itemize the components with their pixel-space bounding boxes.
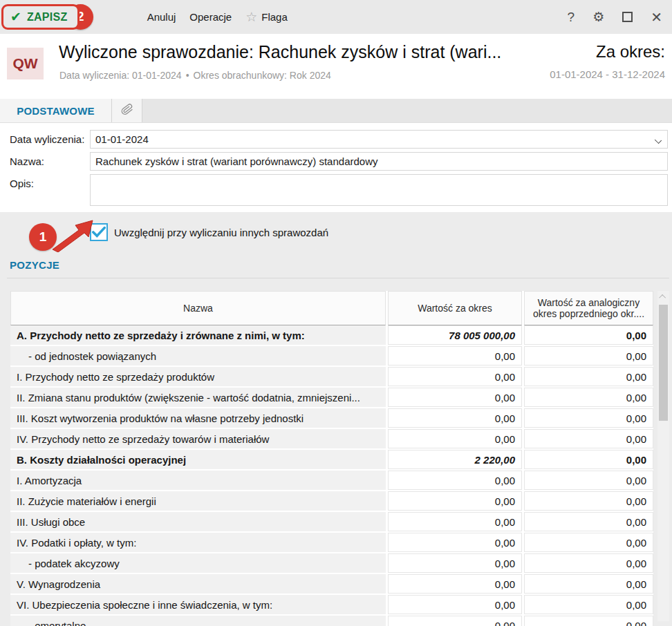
scrollbar-thumb[interactable]	[659, 305, 668, 421]
row-value-current[interactable]: 0,00	[388, 595, 522, 614]
row-value-previous[interactable]: 0,00	[524, 616, 653, 626]
row-value-previous[interactable]: 0,00	[524, 491, 653, 511]
table-row[interactable]: III. Koszt wytworzenia produktów na włas…	[10, 408, 653, 429]
row-value-previous[interactable]: 0,00	[524, 429, 653, 448]
row-value-current[interactable]: 2 220,00	[388, 450, 522, 469]
table-body: A. Przychody netto ze sprzedaży i zrówna…	[10, 325, 653, 626]
table-row[interactable]: - od jednostek powiązanych0,000,00	[10, 346, 653, 367]
row-value-current[interactable]: 0,00	[388, 512, 522, 531]
row-value-previous[interactable]: 0,00	[524, 325, 653, 345]
row-value-previous[interactable]: 0,00	[524, 408, 653, 428]
field-label-data-wyliczenia: Data wyliczenia:	[10, 130, 90, 145]
row-value-current[interactable]: 0,00	[388, 574, 522, 594]
row-name: I. Amortyzacja	[10, 471, 386, 490]
column-header-nazwa[interactable]: Nazwa	[10, 291, 386, 325]
row-value-current[interactable]: 0,00	[388, 408, 522, 428]
opis-textarea[interactable]	[90, 174, 668, 206]
tab-podstawowe[interactable]: PODSTAWOWE	[0, 99, 112, 122]
tab-bar: PODSTAWOWE	[0, 99, 672, 123]
row-value-current[interactable]: 0,00	[388, 553, 522, 573]
row-value-current[interactable]: 78 005 000,00	[388, 325, 522, 345]
star-icon: ☆	[245, 10, 257, 23]
row-value-current[interactable]: 0,00	[388, 471, 522, 490]
save-button-label: ZAPISZ	[27, 11, 68, 23]
row-value-previous[interactable]: 0,00	[524, 574, 653, 594]
annotation-arrow	[53, 218, 95, 252]
flag-button[interactable]: ☆ Flaga	[239, 5, 295, 29]
row-name: - emerytalne	[10, 616, 386, 626]
row-value-previous[interactable]: 0,00	[524, 346, 653, 366]
paperclip-icon	[120, 102, 134, 120]
page-title: Wyliczone sprawozdanie: Rachunek zysków …	[59, 42, 501, 62]
chevron-down-icon	[655, 137, 662, 144]
tab-attachments[interactable]	[112, 99, 142, 122]
nazwa-input[interactable]: Rachunek zysków i strat (wariant porówna…	[90, 152, 668, 171]
table-row[interactable]: II. Zużycie materiałów i energii0,000,00	[10, 491, 653, 512]
row-name: IV. Przychody netto ze sprzedaży towarów…	[10, 429, 386, 448]
row-value-current[interactable]: 0,00	[388, 616, 522, 626]
row-value-current[interactable]: 0,00	[388, 491, 522, 511]
table-row[interactable]: - podatek akcyzowy0,000,00	[10, 553, 653, 574]
table-row[interactable]: IV. Podatki i opłaty, w tym:0,000,00	[10, 533, 653, 553]
table-row[interactable]: A. Przychody netto ze sprzedaży i zrówna…	[10, 325, 653, 346]
include-checkbox-label: Uwzględnij przy wyliczaniu innych sprawo…	[114, 227, 328, 238]
column-header-wartosc-analogiczny[interactable]: Wartość za analogiczny okres poprzednieg…	[524, 291, 653, 325]
check-icon: ✔	[10, 10, 21, 23]
field-label-opis: Opis:	[10, 174, 90, 189]
operations-menu[interactable]: Operacje	[183, 6, 239, 28]
row-value-previous[interactable]: 0,00	[524, 450, 653, 469]
row-value-previous[interactable]: 0,00	[524, 553, 653, 573]
row-name: III. Koszt wytworzenia produktów na włas…	[10, 408, 386, 428]
table-row[interactable]: - emerytalne0,000,00	[10, 616, 653, 626]
data-wyliczenia-select[interactable]: 01-01-2024	[90, 130, 668, 149]
subtitle-separator: •	[186, 70, 189, 81]
cancel-button[interactable]: Anuluj	[140, 6, 183, 28]
subtitle-date: Data wyliczenia: 01-01-2024	[59, 70, 182, 81]
nazwa-value: Rachunek zysków i strat (wariant porówna…	[95, 155, 378, 167]
row-name: III. Usługi obce	[10, 512, 386, 531]
table-row[interactable]: I. Przychody netto ze sprzedaży produktó…	[10, 367, 653, 388]
row-value-current[interactable]: 0,00	[388, 533, 522, 552]
period-value: 01-01-2024 - 31-12-2024	[550, 68, 665, 80]
positions-table-zone: Nazwa Wartość za okres Wartość za analog…	[0, 278, 672, 626]
close-icon[interactable]: ✕	[651, 10, 662, 24]
row-value-current[interactable]: 0,00	[388, 388, 522, 407]
section-title-pozycje: POZYCJE	[0, 247, 672, 278]
window-header: QW Wyliczone sprawozdanie: Rachunek zysk…	[0, 34, 672, 99]
table-row[interactable]: II. Zmiana stanu produktów (zwiększenie …	[10, 388, 653, 408]
row-name: A. Przychody netto ze sprzedaży i zrówna…	[10, 325, 386, 345]
help-icon[interactable]: ?	[568, 10, 575, 23]
save-button[interactable]: ✔ ZAPISZ	[1, 4, 80, 30]
row-value-current[interactable]: 0,00	[388, 429, 522, 448]
page-subtitle: Data wyliczenia: 01-01-2024•Okres obrach…	[59, 70, 331, 81]
table-scrollbar[interactable]	[657, 291, 669, 621]
table-row[interactable]: VI. Ubezpieczenia społeczne i inne świad…	[10, 595, 653, 616]
maximize-icon[interactable]	[622, 12, 633, 22]
row-value-previous[interactable]: 0,00	[524, 388, 653, 407]
table-row[interactable]: V. Wynagrodzenia0,000,00	[10, 574, 653, 595]
scroll-up-icon[interactable]	[657, 291, 669, 303]
form-section: Data wyliczenia: 01-01-2024 Nazwa: Rachu…	[0, 123, 672, 212]
row-name: B. Koszty działalności operacyjnej	[10, 450, 386, 469]
flag-label: Flaga	[261, 11, 288, 23]
lower-section: 1 Uwzględnij przy wyliczaniu innych spra…	[0, 212, 672, 626]
row-value-previous[interactable]: 0,00	[524, 471, 653, 490]
app-logo: QW	[7, 48, 44, 79]
row-value-previous[interactable]: 0,00	[524, 533, 653, 552]
row-value-previous[interactable]: 0,00	[524, 367, 653, 386]
field-label-nazwa: Nazwa:	[10, 152, 90, 167]
row-name: IV. Podatki i opłaty, w tym:	[10, 533, 386, 552]
row-value-current[interactable]: 0,00	[388, 346, 522, 366]
table-row[interactable]: IV. Przychody netto ze sprzedaży towarów…	[10, 429, 653, 450]
gear-icon[interactable]: ⚙	[592, 10, 604, 23]
column-header-wartosc-za-okres[interactable]: Wartość za okres	[388, 291, 522, 325]
row-name: II. Zmiana stanu produktów (zwiększenie …	[10, 388, 386, 407]
table-row[interactable]: B. Koszty działalności operacyjnej2 220,…	[10, 450, 653, 471]
row-name: - od jednostek powiązanych	[10, 346, 386, 366]
table-row[interactable]: III. Usługi obce0,000,00	[10, 512, 653, 533]
row-value-current[interactable]: 0,00	[388, 367, 522, 386]
row-name: II. Zużycie materiałów i energii	[10, 491, 386, 511]
row-value-previous[interactable]: 0,00	[524, 595, 653, 614]
row-value-previous[interactable]: 0,00	[524, 512, 653, 531]
table-row[interactable]: I. Amortyzacja0,000,00	[10, 471, 653, 491]
